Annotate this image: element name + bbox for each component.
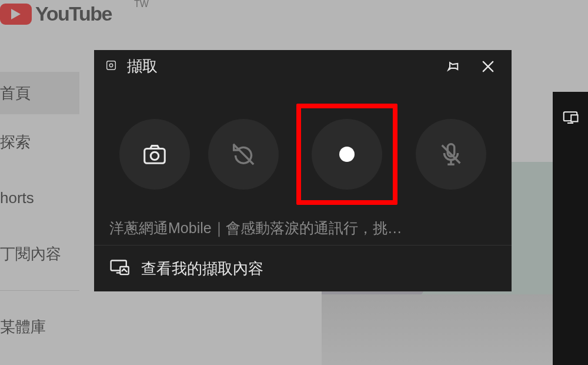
mic-off-icon xyxy=(437,141,465,168)
record-button-highlight xyxy=(296,104,397,205)
capture-action-row xyxy=(94,82,512,218)
svg-point-5 xyxy=(151,152,158,160)
record-button[interactable] xyxy=(312,119,382,190)
capture-widget-icon xyxy=(105,59,118,74)
pin-button[interactable] xyxy=(440,54,466,79)
replay-icon xyxy=(230,141,257,168)
screenshot-button[interactable] xyxy=(119,119,190,190)
svg-rect-1 xyxy=(571,115,577,121)
record-dot-icon xyxy=(339,147,355,162)
svg-rect-8 xyxy=(120,267,128,274)
svg-rect-2 xyxy=(107,61,116,69)
record-last-button[interactable] xyxy=(208,119,279,190)
see-captures-link[interactable]: 查看我的擷取內容 xyxy=(94,245,512,291)
capture-titlebar: 擷取 xyxy=(94,50,512,82)
svg-rect-4 xyxy=(145,148,165,163)
camera-icon xyxy=(141,141,168,168)
see-captures-label: 查看我的擷取內容 xyxy=(141,258,263,279)
gallery-icon xyxy=(109,258,129,280)
gamebar-capture-widget: 擷取 xyxy=(94,50,512,291)
gamebar-side-strip xyxy=(553,92,588,365)
capture-source-label: 洋蔥網通Mobile｜會感動落淚的通訊行，挑… xyxy=(94,218,512,245)
overlay-icon[interactable] xyxy=(562,108,579,128)
mic-toggle-button[interactable] xyxy=(416,119,486,190)
capture-title: 擷取 xyxy=(127,56,430,77)
svg-point-3 xyxy=(109,64,113,67)
close-button[interactable] xyxy=(475,54,501,79)
